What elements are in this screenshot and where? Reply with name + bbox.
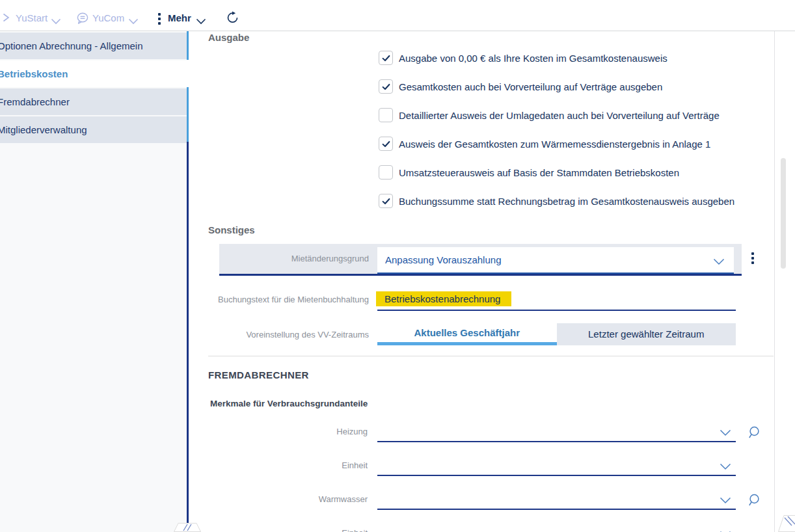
checkbox-label: Detaillierter Ausweis der Umlagedaten au… bbox=[399, 110, 720, 121]
buchungstext-underline bbox=[377, 310, 736, 311]
checkbox-label: Umsatzsteuerausweis auf Basis der Stammd… bbox=[399, 167, 679, 178]
checkbox-row[interactable]: Buchungssumme statt Rechnungsbetrag im G… bbox=[379, 194, 734, 208]
checkbox-row[interactable]: Gesamtkosten auch bei Vorverteilung auf … bbox=[379, 79, 662, 94]
heizung-label: Heizung bbox=[208, 427, 368, 436]
sidebar-active-border bbox=[187, 31, 189, 60]
toggle-option-letzter-zeitraum[interactable]: Letzter gewählter Zeitraum bbox=[557, 323, 736, 345]
panel-right-edge bbox=[774, 31, 775, 532]
sidebar-item-label: Betriebskosten bbox=[0, 68, 68, 79]
vv-zeitraum-label: Voreinstellung des VV-Zeitraums bbox=[208, 330, 369, 339]
buchungstext-input[interactable]: Betriebskostenabrechnung bbox=[376, 291, 511, 306]
einheit2-label: Einheit bbox=[208, 528, 368, 532]
menu-yucom[interactable]: YuCom bbox=[92, 12, 124, 23]
sidebar-item-label: Mitgliederverwaltung bbox=[0, 124, 87, 135]
chevron-down-icon[interactable] bbox=[720, 427, 731, 439]
checkbox-label: Gesamtkosten auch bei Vorverteilung auf … bbox=[399, 81, 662, 92]
select-value: Anpassung Vorauszahlung bbox=[385, 247, 501, 273]
checkbox[interactable] bbox=[379, 194, 393, 208]
checkbox-label: Ausgabe von 0,00 € als Ihre Kosten im Ge… bbox=[399, 53, 667, 64]
einheit-label: Einheit bbox=[208, 460, 368, 470]
chevron-down-icon[interactable] bbox=[720, 461, 731, 473]
chevron-down-icon[interactable] bbox=[713, 256, 725, 268]
buchungstext-label: Buchungstext für die Mietenbuchhaltung bbox=[208, 295, 369, 304]
sidebar-item-label: Fremdabrechner bbox=[0, 96, 70, 107]
section-title-sonstiges: Sonstiges bbox=[208, 224, 255, 235]
checkbox-row[interactable]: Ausgabe von 0,00 € als Ihre Kosten im Ge… bbox=[379, 51, 667, 65]
checkbox-row[interactable]: Umsatzsteuerausweis auf Basis der Stammd… bbox=[379, 165, 679, 180]
checkbox[interactable] bbox=[379, 137, 393, 151]
chevron-down-icon bbox=[128, 16, 139, 27]
row-options-kebab-icon[interactable] bbox=[751, 252, 754, 264]
panel-splitter[interactable] bbox=[187, 142, 189, 532]
sidebar-item-mitgliederverwaltung[interactable]: Mitgliederverwaltung bbox=[0, 116, 187, 143]
sidebar-item-optionen-abrechnung[interactable]: Optionen Abrechnung - Allgemein bbox=[0, 33, 187, 59]
sidebar-item-fremdabrechner[interactable]: Fremdabrechner bbox=[0, 88, 187, 115]
toggle-option-aktuelles-geschaeftjahr[interactable]: Aktuelles Geschäftjahr bbox=[377, 323, 557, 345]
chevron-down-icon bbox=[51, 16, 61, 27]
sidebar-item-label: Optionen Abrechnung - Allgemein bbox=[0, 40, 142, 51]
kebab-menu-icon bbox=[158, 13, 161, 25]
subsection-title-merkmale: Merkmale für Verbrauchsgrundanteile bbox=[210, 399, 368, 408]
section-title-fremdabrechner: FREMDABRECHNER bbox=[208, 369, 309, 380]
settings-sidebar: Optionen Abrechnung - Allgemein Betriebs… bbox=[0, 32, 187, 532]
einheit-select-underline[interactable] bbox=[377, 475, 736, 476]
mietaenderungsgrund-label: Mietänderungsgrund bbox=[219, 244, 369, 274]
splitter-grip-icon[interactable] bbox=[778, 515, 795, 532]
top-menubar: YuStart YuCom Mehr bbox=[0, 0, 795, 31]
checkbox-row[interactable]: Detaillierter Ausweis der Umlagedaten au… bbox=[379, 108, 720, 122]
search-icon[interactable] bbox=[747, 425, 761, 443]
vertical-scrollbar-thumb[interactable] bbox=[781, 158, 786, 269]
warmwasser-select-underline[interactable] bbox=[377, 509, 736, 510]
warmwasser-label: Warmwasser bbox=[208, 494, 368, 504]
checkbox[interactable] bbox=[379, 51, 393, 65]
checkbox[interactable] bbox=[379, 165, 393, 180]
heizung-select-underline[interactable] bbox=[377, 441, 736, 442]
checkbox-label: Buchungssumme statt Rechnungsbetrag im G… bbox=[399, 196, 734, 207]
mietaenderungsgrund-select[interactable]: Anpassung Vorauszahlung bbox=[377, 247, 734, 274]
refresh-icon[interactable] bbox=[226, 11, 239, 27]
checkbox[interactable] bbox=[379, 108, 393, 122]
section-divider bbox=[208, 356, 774, 356]
mietaenderungsgrund-row: Mietänderungsgrund Anpassung Vorauszahlu… bbox=[219, 244, 742, 276]
vv-zeitraum-toggle: Aktuelles Geschäftjahr Letzter gewählter… bbox=[377, 323, 736, 345]
sidebar-item-betriebskosten[interactable]: Betriebskosten bbox=[0, 60, 187, 87]
checkbox-row[interactable]: Ausweis der Gesamtkosten zum Wärmemessdi… bbox=[379, 137, 710, 151]
content-panel: Ausgabe Ausgabe von 0,00 € als Ihre Kost… bbox=[189, 31, 795, 532]
chevron-down-icon[interactable] bbox=[720, 529, 731, 532]
checkbox[interactable] bbox=[379, 79, 393, 94]
chevron-down-icon[interactable] bbox=[720, 495, 731, 507]
splitter-grip-icon[interactable] bbox=[174, 523, 201, 532]
search-icon[interactable] bbox=[747, 493, 761, 511]
chevron-down-icon bbox=[196, 16, 206, 27]
chevron-right-icon bbox=[2, 13, 10, 25]
section-title-ausgabe: Ausgabe bbox=[208, 32, 249, 43]
app-window: YuStart YuCom Mehr bbox=[0, 0, 795, 532]
menu-yustart[interactable]: YuStart bbox=[16, 12, 47, 23]
menu-mehr[interactable]: Mehr bbox=[168, 12, 191, 23]
comment-icon bbox=[76, 12, 89, 27]
checkbox-label: Ausweis der Gesamtkosten zum Wärmemessdi… bbox=[399, 139, 710, 150]
sidebar-active-border bbox=[187, 87, 189, 142]
